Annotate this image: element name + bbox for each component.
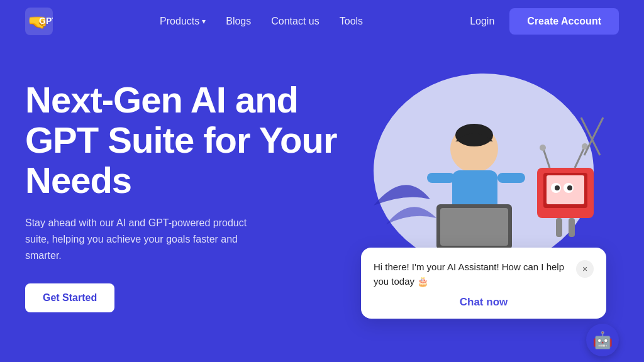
logo-icon: 🤜 GPT <box>25 8 53 35</box>
logo[interactable]: 🤜 GPT <box>25 8 53 35</box>
hero-content: Next-Gen AI and GPT Suite for Your Needs… <box>25 67 355 312</box>
get-started-button[interactable]: Get Started <box>25 283 114 312</box>
svg-rect-22 <box>556 218 562 237</box>
hero-illustration: Hi there! I'm your AI Assistant! How can… <box>355 67 619 356</box>
nav-tools-label: Tools <box>340 16 363 26</box>
svg-rect-8 <box>497 173 525 183</box>
robot-icon: 🤖 <box>592 331 613 350</box>
svg-rect-23 <box>569 218 575 237</box>
create-account-button[interactable]: Create Account <box>509 8 619 35</box>
chat-popup-body: Hi there! I'm your AI Assistant! How can… <box>361 248 606 288</box>
chat-close-button[interactable]: × <box>576 260 594 278</box>
nav-item-products[interactable]: Products ▾ <box>160 16 206 27</box>
nav-blogs-label: Blogs <box>226 16 251 26</box>
chat-now-button[interactable]: Chat now <box>460 296 508 309</box>
svg-rect-7 <box>427 173 455 183</box>
chevron-down-icon: ▾ <box>202 17 206 26</box>
chat-message: Hi there! I'm your AI Assistant! How can… <box>374 260 569 288</box>
svg-point-17 <box>567 185 572 190</box>
svg-rect-10 <box>440 208 508 246</box>
nav-item-blogs[interactable]: Blogs <box>226 16 251 27</box>
nav-item-contact[interactable]: Contact us <box>271 16 319 27</box>
hero-subtitle: Stay ahead with our AI and GPT-powered p… <box>25 215 264 263</box>
chat-popup: Hi there! I'm your AI Assistant! How can… <box>361 248 606 319</box>
svg-line-18 <box>543 149 550 168</box>
svg-point-16 <box>555 185 560 190</box>
nav-links: Products ▾ Blogs Contact us Tools <box>160 16 363 27</box>
nav-item-tools[interactable]: Tools <box>340 16 363 27</box>
login-link[interactable]: Login <box>470 16 494 27</box>
nav-contact-label: Contact us <box>271 16 319 26</box>
close-icon: × <box>582 264 587 274</box>
nav-products-label: Products <box>160 16 199 27</box>
svg-line-20 <box>575 148 584 168</box>
svg-text:GPT: GPT <box>39 16 53 26</box>
robot-fab-button[interactable]: 🤖 <box>586 324 619 356</box>
svg-point-19 <box>540 145 546 151</box>
nav-right: Login Create Account <box>470 8 619 35</box>
hero-section: Next-Gen AI and GPT Suite for Your Needs… <box>0 42 644 362</box>
navbar: 🤜 GPT Products ▾ Blogs Contact us Tools … <box>0 0 644 42</box>
svg-line-25 <box>584 118 603 155</box>
hero-title: Next-Gen AI and GPT Suite for Your Needs <box>25 80 355 200</box>
chat-actions: Chat now <box>361 288 606 319</box>
